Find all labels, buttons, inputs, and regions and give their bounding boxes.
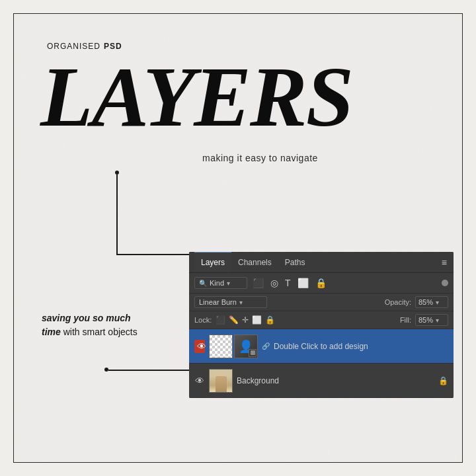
subtitle: making it easy to navigate xyxy=(202,153,318,163)
lock-all-icon[interactable]: 🔒 xyxy=(265,315,275,325)
layer-thumb-content: 👤 xyxy=(234,335,258,358)
layer-thumb-checker xyxy=(209,335,233,358)
layer-row-background[interactable]: 👁 Background 🔒 xyxy=(189,364,454,398)
layer-name-design: Double Click to add design xyxy=(274,342,448,351)
main-title: LAYERS xyxy=(40,54,352,139)
background-thumb xyxy=(209,369,233,393)
fill-chevron-icon: ▾ xyxy=(436,317,439,324)
lock-move-icon[interactable]: ✛ xyxy=(242,315,249,325)
opacity-value-field[interactable]: 85% ▾ xyxy=(415,296,448,308)
bracket-vertical-line xyxy=(116,175,118,254)
eye-icon-design[interactable]: 👁 xyxy=(194,340,205,353)
lock-icons-group: ⬛ ✏️ ✛ ⬜ 🔒 xyxy=(216,315,275,325)
saving-text-normal: with smart objects xyxy=(61,327,138,337)
checker-pattern xyxy=(210,335,232,358)
lock-pixel-icon[interactable]: ⬛ xyxy=(216,315,225,325)
tab-channels[interactable]: Channels xyxy=(231,252,278,272)
kind-filter-row: 🔍 Kind ▾ ⬛ ◎ T ⬜ 🔒 xyxy=(189,273,454,294)
search-icon: 🔍 xyxy=(199,280,207,287)
layer-thumb-design: 👤 xyxy=(209,335,258,358)
kind-dropdown[interactable]: 🔍 Kind ▾ xyxy=(194,277,247,289)
smartobj-filter-icon[interactable]: 🔒 xyxy=(314,276,328,290)
background-lock-icon: 🔒 xyxy=(438,376,448,385)
smart-object-badge xyxy=(249,349,257,357)
bracket-decoration xyxy=(116,173,189,255)
blend-chevron-icon: ▾ xyxy=(239,299,243,306)
lock-draw-icon[interactable]: ✏️ xyxy=(229,315,239,325)
content-area: ORGANISED PSD LAYERS making it easy to n… xyxy=(14,14,462,462)
opacity-chevron-icon: ▾ xyxy=(436,299,439,306)
layer-row-design[interactable]: 👁 👤 🔗 Double Click to add design xyxy=(189,329,454,364)
blend-mode-row: Linear Burn ▾ Opacity: 85% ▾ xyxy=(189,294,454,311)
fill-value-field[interactable]: 85% ▾ xyxy=(415,314,448,326)
shape-filter-icon[interactable]: ⬜ xyxy=(296,276,310,290)
layer-thumb-background xyxy=(209,369,233,393)
kind-chevron-icon: ▾ xyxy=(227,280,230,287)
tab-paths[interactable]: Paths xyxy=(278,252,312,272)
tab-layers[interactable]: Layers xyxy=(194,252,231,272)
lock-artboard-icon[interactable]: ⬜ xyxy=(252,315,262,325)
background-thumbnail-image xyxy=(210,370,232,392)
fill-label: Fill: xyxy=(400,316,411,324)
panel-tabs: Layers Channels Paths ≡ xyxy=(189,252,454,273)
lock-row: Lock: ⬛ ✏️ ✛ ⬜ 🔒 Fill: 85% ▾ xyxy=(189,311,454,329)
blend-mode-dropdown[interactable]: Linear Burn ▾ xyxy=(194,296,267,308)
layer-name-background: Background xyxy=(237,376,434,385)
main-frame: ORGANISED PSD LAYERS making it easy to n… xyxy=(13,13,463,463)
saving-text-block: saving you so much time with smart objec… xyxy=(42,311,147,339)
adjustment-filter-icon[interactable]: ◎ xyxy=(269,276,280,290)
person-silhouette xyxy=(216,376,227,392)
eye-icon-background[interactable]: 👁 xyxy=(194,376,205,386)
panel-menu-icon[interactable]: ≡ xyxy=(440,256,448,269)
lock-label: Lock: xyxy=(194,316,212,324)
filter-circle-icon xyxy=(442,280,448,286)
opacity-label: Opacity: xyxy=(385,298,411,306)
photoshop-layers-panel: Layers Channels Paths ≡ 🔍 Kind ▾ ⬛ ◎ xyxy=(189,252,454,398)
bracket-horizontal-line xyxy=(116,254,189,255)
layer-chain-icon: 🔗 xyxy=(262,342,270,350)
type-filter-icon[interactable]: T xyxy=(284,276,292,290)
saving-line xyxy=(108,370,192,371)
pixel-filter-icon[interactable]: ⬛ xyxy=(251,276,265,290)
